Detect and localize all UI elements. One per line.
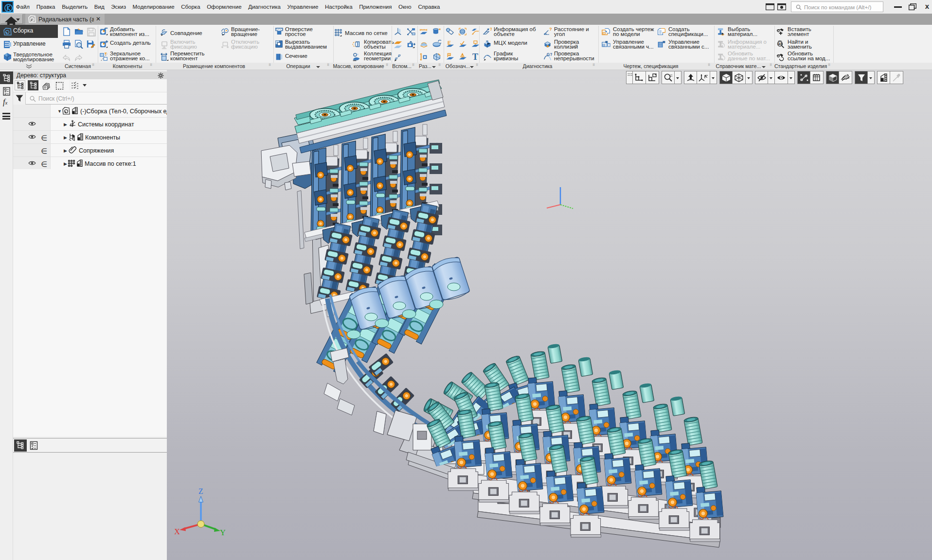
svg-text:?: ? [490, 27, 492, 32]
svg-text:?: ? [549, 27, 552, 32]
svg-text:B: B [780, 42, 783, 46]
svg-text:i: i [722, 44, 723, 48]
svg-text:Y: Y [220, 528, 226, 537]
svg-text:X: X [174, 527, 180, 536]
svg-text:T: T [472, 52, 478, 61]
svg-text:G?: G? [547, 52, 552, 57]
svg-text:Z: Z [198, 487, 203, 495]
svg-text:2: 2 [19, 86, 20, 88]
